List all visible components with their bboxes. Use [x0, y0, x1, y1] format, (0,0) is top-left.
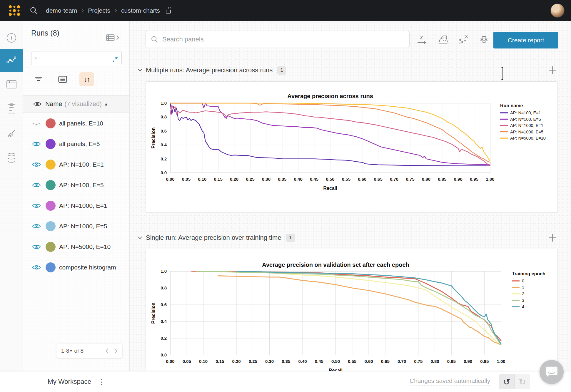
legend-entry: AP: N=5000, E=10 [510, 136, 546, 140]
runs-search-input[interactable] [41, 55, 113, 61]
page-size-selector[interactable]: 1-8 [61, 348, 69, 354]
page-next-button[interactable] [114, 348, 118, 354]
workspace-settings-button[interactable] [477, 33, 490, 46]
breadcrumb-team[interactable]: demo-team [46, 7, 77, 14]
svg-text:0.65: 0.65 [374, 177, 383, 182]
svg-text:x: x [420, 33, 423, 41]
svg-text:0.80: 0.80 [430, 359, 439, 364]
legend-entry: AP: N=1000, E=5 [510, 130, 543, 134]
eye-open-icon[interactable] [32, 223, 41, 230]
svg-text:0.0: 0.0 [161, 170, 167, 175]
eye-open-icon[interactable] [32, 140, 41, 148]
run-name-label: AP: N=5000, E=10 [59, 243, 111, 250]
runs-panel-title: Runs (8) [31, 29, 59, 37]
svg-text:0.6: 0.6 [161, 302, 167, 307]
outliers-settings-button[interactable] [457, 33, 470, 46]
run-row[interactable]: AP: N=5000, E=10 [23, 237, 129, 257]
svg-text:0.0: 0.0 [161, 352, 167, 357]
x-axis-settings-button[interactable]: x [416, 33, 429, 46]
user-avatar[interactable] [550, 4, 565, 18]
autosave-status: Changes saved automatically [410, 377, 490, 386]
legend-title: Run name [500, 103, 523, 108]
wandb-workspace: demo-team Projects custom-charts i [0, 0, 571, 392]
run-name-label: all panels, E=10 [59, 120, 103, 127]
runs-table-expand-button[interactable] [106, 34, 119, 41]
run-row[interactable]: AP: N=100, E=1 [23, 154, 129, 175]
section-header-single-run: Single run: Average precision over train… [137, 231, 563, 244]
info-icon: i [6, 33, 17, 43]
chat-widget-button[interactable] [540, 360, 564, 384]
create-report-button[interactable]: Create report [493, 32, 558, 48]
breadcrumb-projects[interactable]: Projects [88, 7, 110, 14]
run-name-label: AP: N=1000, E=5 [59, 223, 107, 230]
nav-sweeps-button[interactable] [0, 122, 23, 145]
redo-button[interactable]: ↻ [515, 374, 530, 389]
run-row[interactable]: AP: N=1000, E=1 [23, 195, 129, 216]
run-row[interactable]: AP: N=1000, E=5 [23, 216, 129, 237]
runs-list-header[interactable]: Name (7 visualized) ▲ [23, 95, 129, 113]
add-panel-icon[interactable] [547, 65, 557, 75]
chart-panel-average-precision-across-runs[interactable]: 0.000.050.100.150.200.250.300.350.400.45… [146, 81, 558, 213]
nav-table-button[interactable] [0, 73, 23, 96]
eye-open-icon[interactable] [32, 243, 41, 250]
run-color-dot [46, 221, 56, 231]
chevron-down-icon[interactable] [137, 67, 143, 73]
undo-button[interactable]: ↺ [499, 374, 515, 389]
svg-text:0.15: 0.15 [214, 177, 223, 182]
legend-entry: 0 [522, 279, 524, 283]
nav-charts-button[interactable] [0, 49, 23, 72]
workspace-toolbar-icons: x [416, 33, 490, 46]
page-prev-button[interactable] [105, 348, 109, 354]
svg-text:0.4: 0.4 [161, 142, 167, 147]
add-panel-icon[interactable] [547, 233, 557, 243]
nav-notes-button[interactable] [0, 97, 23, 120]
legend-entry: AP: N=1000, E=1 [510, 123, 543, 128]
run-row[interactable]: all panels, E=5 [23, 134, 129, 154]
svg-text:0.65: 0.65 [381, 359, 390, 364]
series-line-1 [218, 276, 501, 345]
group-runs-button[interactable] [55, 72, 70, 86]
svg-text:0.70: 0.70 [390, 177, 398, 182]
section-title[interactable]: Multiple runs: Average precision across … [146, 66, 273, 74]
eye-open-icon[interactable] [32, 161, 41, 168]
filter-runs-button[interactable] [31, 72, 46, 86]
smoothing-settings-button[interactable] [436, 33, 449, 46]
database-icon [6, 153, 16, 163]
nav-overview-button[interactable]: i [0, 26, 23, 49]
wandb-logo-icon[interactable] [8, 4, 21, 17]
chevron-down-icon[interactable] [137, 235, 143, 241]
svg-text:0.55: 0.55 [348, 359, 356, 364]
breadcrumb-project[interactable]: custom-charts [121, 7, 160, 14]
sort-runs-button[interactable]: ↓↑ [79, 72, 94, 86]
section-title[interactable]: Single run: Average precision over train… [146, 234, 281, 242]
run-row[interactable]: AP: N=100, E=5 [23, 175, 129, 195]
search-icon[interactable] [29, 6, 38, 15]
svg-text:0.50: 0.50 [331, 359, 340, 364]
broom-icon [6, 128, 17, 139]
caret-down-icon[interactable]: ▾ [70, 349, 72, 353]
workspace-selector[interactable]: My Workspace [48, 378, 91, 386]
legend-entry: AP: N=100, E=1 [510, 110, 541, 115]
regex-toggle-button[interactable]: .* [113, 56, 118, 61]
x-axis-icon: x [417, 33, 428, 45]
left-nav-rail: i [0, 21, 23, 371]
sort-arrows-icon: ↓↑ [84, 76, 90, 83]
filter-icon [34, 76, 43, 83]
chart-panel-average-precision-per-epoch[interactable]: 0.000.050.100.150.200.250.300.350.400.45… [146, 249, 558, 388]
run-row[interactable]: all panels, E=10 [23, 113, 129, 134]
eye-open-icon[interactable] [32, 264, 41, 271]
pagination-total: of 8 [74, 348, 84, 354]
nav-artifacts-button[interactable] [0, 146, 23, 169]
runs-sort-column: Name [45, 100, 62, 108]
panels-search-input[interactable] [162, 36, 405, 43]
run-row[interactable]: composite histogram [23, 257, 129, 278]
svg-text:0.8: 0.8 [161, 114, 167, 119]
legend-entry: 2 [522, 292, 524, 296]
eye-open-icon[interactable] [32, 182, 41, 189]
kebab-menu-icon[interactable]: ⋮ [98, 378, 105, 386]
search-icon [35, 54, 38, 62]
eye-closed-icon[interactable] [32, 120, 41, 127]
y-axis-label: Precision [151, 302, 156, 324]
eye-open-icon[interactable] [32, 202, 41, 209]
svg-text:0.05: 0.05 [182, 177, 191, 182]
